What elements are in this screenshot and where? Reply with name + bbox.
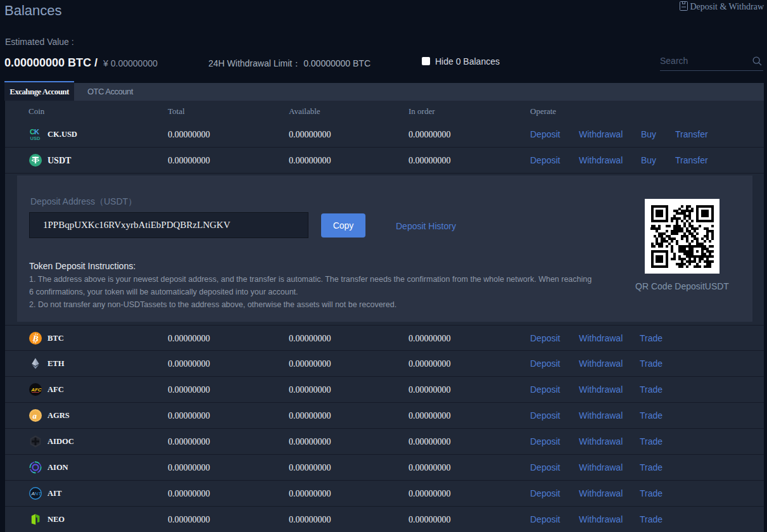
svg-text:a: a bbox=[32, 411, 37, 421]
svg-text:AFC: AFC bbox=[30, 387, 42, 393]
svg-text:K: K bbox=[34, 128, 39, 136]
svg-text:NT: NT bbox=[35, 491, 42, 497]
svg-text:USD: USD bbox=[30, 136, 41, 141]
